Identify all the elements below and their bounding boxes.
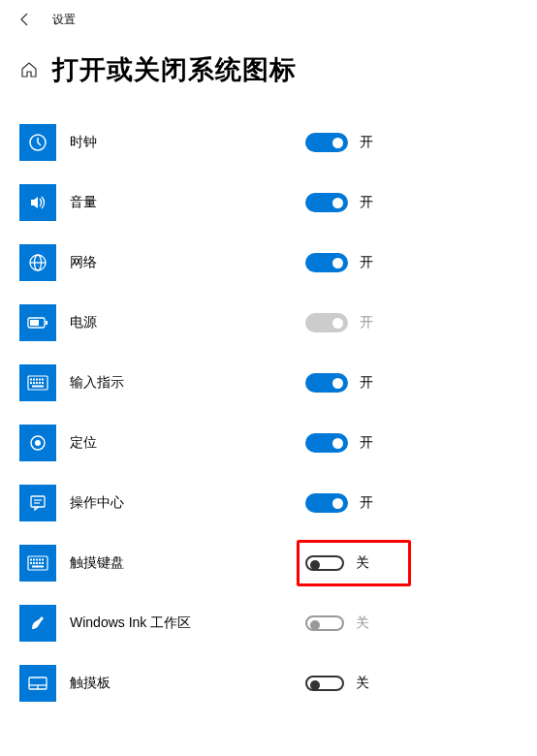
network-icon [19, 244, 56, 281]
toggle-clock[interactable] [305, 133, 348, 152]
location-icon [19, 425, 56, 461]
toggle-touch-keyboard[interactable] [305, 555, 344, 571]
back-button[interactable] [6, 4, 45, 35]
toggle-state-label-power: 开 [360, 314, 373, 331]
toggle-area-touchpad: 关 [305, 675, 422, 692]
option-row-network: 网络开 [19, 233, 518, 293]
svg-rect-11 [39, 379, 41, 381]
toggle-area-location: 开 [305, 433, 422, 453]
option-label-location: 定位 [70, 434, 518, 452]
option-row-power: 电源开 [19, 293, 518, 353]
option-label-power: 电源 [70, 314, 518, 331]
toggle-location[interactable] [305, 433, 348, 453]
volume-icon [19, 184, 56, 221]
svg-rect-17 [42, 382, 44, 384]
option-label-action-center: 操作中心 [70, 494, 518, 512]
windows-ink-icon [19, 605, 56, 642]
action-center-icon [19, 485, 56, 521]
toggle-power [305, 313, 348, 332]
home-button[interactable] [19, 60, 39, 79]
svg-point-20 [35, 440, 41, 446]
clock-icon [19, 124, 56, 161]
svg-rect-8 [30, 379, 32, 381]
option-row-windows-ink: Windows Ink 工作区关 [19, 593, 518, 653]
toggle-area-action-center: 开 [305, 493, 422, 513]
option-row-clock: 时钟开 [19, 112, 518, 173]
page-title: 打开或关闭系统图标 [52, 52, 297, 87]
toggle-area-power: 开 [305, 313, 422, 332]
app-title: 设置 [52, 12, 76, 28]
toggle-state-label-clock: 开 [360, 134, 373, 151]
svg-rect-35 [32, 566, 44, 568]
toggle-area-network: 开 [305, 253, 422, 272]
toggle-state-label-touch-keyboard: 关 [356, 554, 369, 572]
svg-rect-6 [46, 321, 47, 325]
toggle-area-input-indicator: 开 [305, 373, 422, 393]
toggle-state-label-windows-ink: 关 [356, 614, 369, 632]
svg-rect-29 [42, 559, 44, 561]
toggle-area-volume: 开 [305, 193, 422, 212]
toggle-state-label-location: 开 [360, 434, 373, 452]
toggle-action-center[interactable] [305, 493, 348, 513]
power-icon [19, 304, 56, 341]
toggle-input-indicator[interactable] [305, 373, 348, 393]
svg-rect-26 [33, 559, 35, 561]
option-label-network: 网络 [70, 254, 518, 271]
svg-rect-13 [30, 382, 32, 384]
option-label-input-indicator: 输入指示 [70, 374, 518, 392]
svg-rect-12 [42, 379, 44, 381]
svg-rect-30 [30, 562, 32, 564]
toggle-windows-ink [305, 615, 344, 631]
toggle-state-label-action-center: 开 [360, 494, 373, 512]
option-row-touchpad: 触摸板关 [19, 653, 518, 713]
toggle-state-label-volume: 开 [360, 194, 373, 211]
toggle-volume[interactable] [305, 193, 348, 212]
svg-rect-27 [36, 559, 38, 561]
option-label-volume: 音量 [70, 194, 518, 211]
option-row-touch-keyboard: 触摸键盘关 [19, 533, 518, 593]
svg-rect-15 [36, 382, 38, 384]
svg-rect-18 [32, 386, 44, 388]
svg-rect-25 [30, 559, 32, 561]
toggle-area-clock: 开 [305, 133, 422, 152]
toggle-area-touch-keyboard: 关 [305, 554, 422, 572]
option-row-action-center: 操作中心开 [19, 473, 518, 533]
toggle-network[interactable] [305, 253, 348, 272]
toggle-touchpad[interactable] [305, 676, 344, 691]
toggle-state-label-touchpad: 关 [356, 675, 369, 692]
svg-rect-28 [39, 559, 41, 561]
option-row-input-indicator: 输入指示开 [19, 353, 518, 413]
option-row-volume: 音量开 [19, 173, 518, 233]
svg-rect-31 [33, 562, 35, 564]
option-label-touchpad: 触摸板 [70, 675, 518, 692]
option-label-windows-ink: Windows Ink 工作区 [70, 614, 518, 632]
touch-keyboard-icon [19, 545, 56, 582]
input-indicator-icon [19, 364, 56, 401]
toggle-state-label-input-indicator: 开 [360, 374, 373, 392]
svg-rect-34 [42, 562, 44, 564]
svg-rect-16 [39, 382, 41, 384]
toggle-area-windows-ink: 关 [305, 614, 422, 632]
option-label-clock: 时钟 [70, 134, 518, 151]
svg-rect-5 [30, 320, 39, 326]
svg-rect-9 [33, 379, 35, 381]
option-label-touch-keyboard: 触摸键盘 [70, 554, 518, 572]
svg-rect-10 [36, 379, 38, 381]
toggle-state-label-network: 开 [360, 254, 373, 271]
option-row-location: 定位开 [19, 413, 518, 473]
touchpad-icon [19, 665, 56, 702]
svg-rect-21 [31, 496, 45, 507]
svg-rect-33 [39, 562, 41, 564]
svg-rect-32 [36, 562, 38, 564]
svg-rect-14 [33, 382, 35, 384]
